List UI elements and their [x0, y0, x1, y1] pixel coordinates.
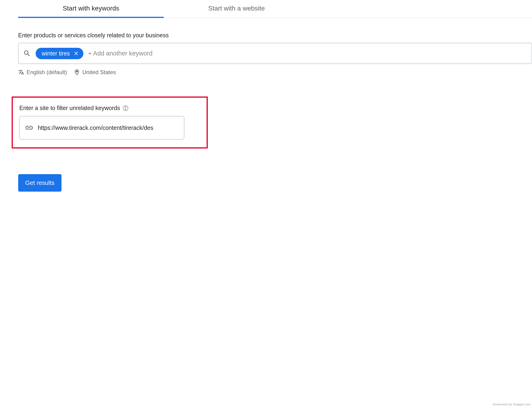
filter-section-label: Enter a site to filter unrelated keyword…	[19, 105, 120, 111]
language-value[interactable]: English (default)	[27, 69, 67, 76]
filter-url-input[interactable]: https://www.tirerack.com/content/tirerac…	[19, 116, 184, 139]
close-icon[interactable]	[73, 50, 79, 56]
keyword-chip[interactable]: winter tires	[36, 48, 84, 59]
keyword-section-label: Enter products or services closely relat…	[18, 32, 532, 39]
get-results-button[interactable]: Get results	[18, 174, 61, 192]
search-icon	[23, 49, 31, 57]
filter-site-highlight: Enter a site to filter unrelated keyword…	[12, 96, 208, 149]
keyword-chip-label: winter tires	[42, 50, 70, 57]
location-pin-icon	[74, 69, 80, 75]
translate-icon	[18, 69, 24, 75]
svg-point-2	[125, 109, 126, 110]
tab-start-keywords[interactable]: Start with keywords	[18, 0, 164, 18]
location-value[interactable]: United States	[82, 69, 116, 76]
keyword-input[interactable]: winter tires + Add another keyword	[18, 43, 532, 64]
targeting-meta: English (default) United States	[18, 69, 532, 76]
link-icon	[25, 123, 34, 132]
help-icon[interactable]	[122, 105, 129, 111]
filter-url-value: https://www.tirerack.com/content/tirerac…	[38, 125, 153, 131]
tab-start-website[interactable]: Start with a website	[164, 0, 309, 18]
add-keyword-placeholder[interactable]: + Add another keyword	[88, 50, 152, 57]
svg-point-0	[76, 71, 77, 72]
keyword-section: Enter products or services closely relat…	[18, 32, 532, 76]
tab-bar: Start with keywords Start with a website	[18, 0, 532, 18]
